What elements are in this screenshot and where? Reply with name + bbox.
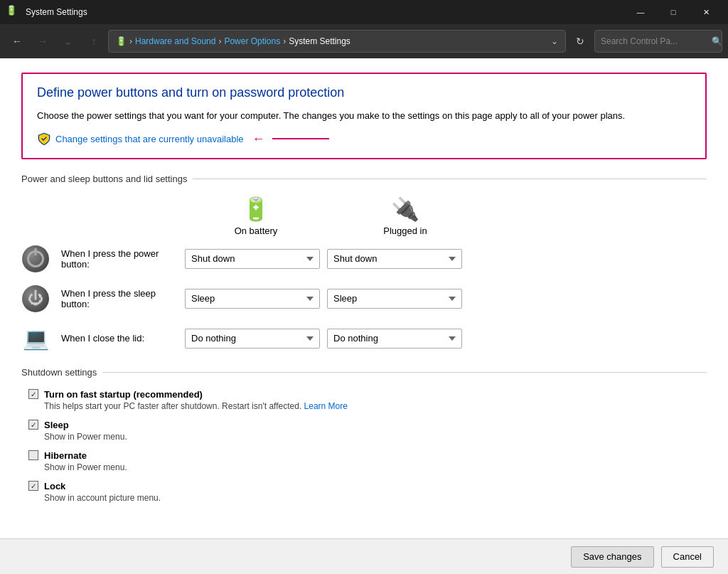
search-input[interactable]	[601, 36, 707, 46]
change-settings-text: Change settings that are currently unava…	[55, 134, 244, 144]
search-icon: 🔍	[712, 36, 722, 46]
battery-column-header: 🔋 On battery	[185, 196, 327, 236]
hibernate-header: Hibernate	[28, 450, 707, 461]
sleep-button-battery-select[interactable]: Do nothing Sleep Hibernate Shut down Tur…	[185, 289, 320, 309]
back-button[interactable]: ←	[6, 30, 28, 53]
plugged-column-header: 🔌 Plugged in	[334, 196, 476, 236]
up-button[interactable]: ↑	[82, 30, 105, 53]
header-box: Define power buttons and turn on passwor…	[21, 73, 707, 159]
battery-label: On battery	[235, 225, 278, 236]
sleep-header: Sleep	[28, 420, 707, 430]
sleep-button-icon: ⏻	[21, 285, 50, 313]
sleep-button-label: When I press the sleep button:	[61, 288, 182, 309]
shutdown-items-list: Turn on fast startup (recommended) This …	[28, 389, 707, 503]
address-chevron-icon: ⌄	[551, 36, 558, 46]
breadcrumb-home-icon: 🔋	[116, 36, 127, 46]
search-bar: 🔍	[594, 30, 722, 53]
lock-checkbox[interactable]	[28, 481, 38, 491]
learn-more-link[interactable]: Learn More	[304, 401, 348, 411]
lid-row: 💻 When I close the lid: Do nothing Sleep…	[21, 324, 707, 353]
fast-startup-item: Turn on fast startup (recommended) This …	[28, 389, 707, 411]
titlebar: 🔋 System Settings — □ ✕	[0, 0, 728, 24]
sleep-checkbox[interactable]	[28, 420, 38, 430]
breadcrumb-part2: Power Options	[224, 36, 280, 46]
app-icon: 🔋	[6, 5, 20, 19]
address-bar[interactable]: 🔋 › Hardware and Sound › Power Options ›…	[108, 30, 566, 53]
fast-startup-desc: This helps start your PC faster after sh…	[44, 401, 707, 411]
power-button-plugged-select[interactable]: Do nothing Sleep Hibernate Shut down Tur…	[327, 249, 462, 269]
fast-startup-title: Turn on fast startup (recommended)	[44, 389, 203, 400]
hibernate-desc: Show in Power menu.	[44, 462, 707, 472]
lock-desc: Show in account picture menu.	[44, 493, 707, 503]
breadcrumb-part1: Hardware and Sound	[135, 36, 215, 46]
shutdown-section-header: Shutdown settings	[21, 367, 707, 378]
lid-plugged-select[interactable]: Do nothing Sleep Hibernate Shut down Tur…	[327, 329, 462, 349]
window: 🔋 System Settings — □ ✕ ← → ⌄ ↑ 🔋 › Hard…	[0, 0, 728, 574]
page-title: Define power buttons and turn on passwor…	[37, 85, 691, 100]
sleep-title: Sleep	[44, 420, 69, 430]
forward-button[interactable]: →	[31, 30, 54, 53]
lid-battery-select[interactable]: Do nothing Sleep Hibernate Shut down Tur…	[185, 329, 320, 349]
sleep-button-selects: Do nothing Sleep Hibernate Shut down Tur…	[185, 289, 462, 309]
minimize-button[interactable]: —	[624, 0, 657, 24]
power-buttons-section-header: Power and sleep buttons and lid settings	[21, 174, 707, 184]
shutdown-section: Shutdown settings Turn on fast startup (…	[21, 367, 707, 503]
shield-icon	[37, 132, 51, 146]
lock-item: Lock Show in account picture menu.	[28, 481, 707, 503]
lock-header: Lock	[28, 481, 707, 491]
page-description: Choose the power settings that you want …	[37, 109, 691, 123]
footer: Save changes Cancel	[0, 538, 728, 574]
window-title: System Settings	[26, 7, 624, 17]
sleep-item: Sleep Show in Power menu.	[28, 420, 707, 442]
lid-selects: Do nothing Sleep Hibernate Shut down Tur…	[185, 329, 462, 349]
power-button-icon	[21, 245, 50, 273]
cancel-button[interactable]: Cancel	[661, 546, 714, 568]
power-button-battery-select[interactable]: Do nothing Sleep Hibernate Shut down Tur…	[185, 249, 320, 269]
window-controls: — □ ✕	[624, 0, 722, 24]
sleep-button-plugged-select[interactable]: Do nothing Sleep Hibernate Shut down Tur…	[327, 289, 462, 309]
lid-icon: 💻	[21, 324, 50, 353]
power-button-row: When I press the power button: Do nothin…	[21, 245, 707, 273]
plug-icon: 🔌	[391, 196, 419, 223]
hibernate-title: Hibernate	[44, 450, 87, 461]
hibernate-item: Hibernate Show in Power menu.	[28, 450, 707, 472]
power-button-selects: Do nothing Sleep Hibernate Shut down Tur…	[185, 249, 462, 269]
refresh-button[interactable]: ↻	[569, 30, 592, 53]
fast-startup-header: Turn on fast startup (recommended)	[28, 389, 707, 400]
save-changes-button[interactable]: Save changes	[571, 546, 653, 568]
close-button[interactable]: ✕	[690, 0, 722, 24]
column-headers: 🔋 On battery 🔌 Plugged in	[185, 196, 707, 236]
dropdown-button[interactable]: ⌄	[57, 30, 80, 53]
sleep-desc: Show in Power menu.	[44, 432, 707, 442]
lid-label: When I close the lid:	[61, 333, 182, 344]
lock-title: Lock	[44, 481, 65, 491]
plugged-label: Plugged in	[383, 225, 427, 236]
maximize-button[interactable]: □	[657, 0, 690, 24]
navbar: ← → ⌄ ↑ 🔋 › Hardware and Sound › Power O…	[0, 24, 728, 58]
arrow-line	[272, 138, 329, 139]
breadcrumb-current: System Settings	[289, 36, 350, 46]
sleep-button-row: ⏻ When I press the sleep button: Do noth…	[21, 285, 707, 313]
change-settings-link[interactable]: Change settings that are currently unava…	[37, 132, 691, 147]
arrow-annotation: ←	[252, 132, 265, 147]
hibernate-checkbox[interactable]	[28, 450, 38, 460]
main-content: Define power buttons and turn on passwor…	[0, 58, 728, 538]
power-button-label: When I press the power button:	[61, 248, 182, 270]
battery-icon: 🔋	[242, 196, 270, 223]
fast-startup-checkbox[interactable]	[28, 389, 38, 399]
